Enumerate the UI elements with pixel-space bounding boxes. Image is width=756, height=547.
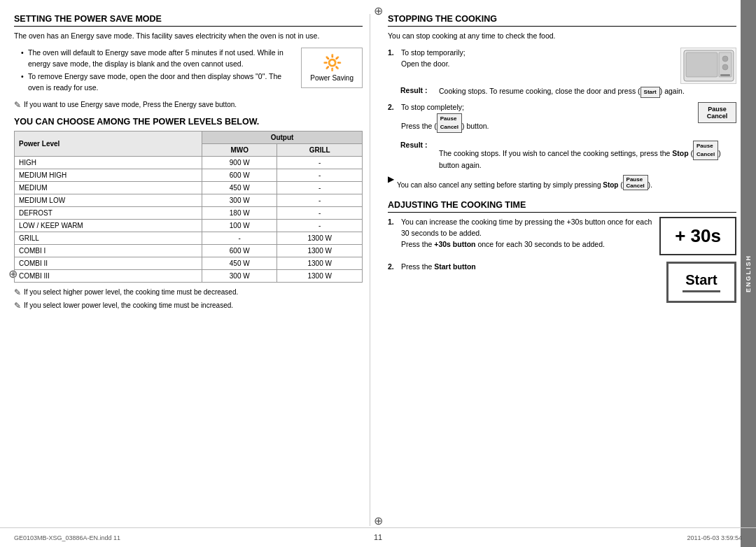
plus-30s-box: + 30s (659, 217, 736, 255)
section-adjusting-title: ADJUSTING THE COOKING TIME (388, 200, 736, 213)
bottom-bar: GE0103MB-XSG_03886A-EN.indd 11 2011-05-0… (0, 527, 756, 547)
table-cell-level: MEDIUM LOW (15, 194, 202, 206)
note-icon-2: ✎ (14, 287, 21, 297)
adjusting-section: ADJUSTING THE COOKING TIME + 30s 1. You … (388, 200, 736, 302)
right-column: STOPPING THE COOKING You can stop cookin… (384, 14, 736, 526)
adj-step1-with-box: + 30s 1. You can increase the cooking ti… (388, 217, 736, 255)
table-cell-level: LOW / KEEP WARM (15, 219, 202, 232)
table-cell-mwo: 300 W (202, 194, 277, 206)
table-cell-grill: 1300 W (277, 244, 363, 257)
table-cell-mwo: 180 W (202, 206, 277, 219)
note-energy-save: ✎ If you want to use Energy save mode, P… (14, 101, 363, 110)
language-label: ENGLISH (745, 255, 752, 292)
table-row: COMBI III300 W1300 W (15, 269, 363, 282)
stopping-intro: You can stop cooking at any time to chec… (388, 31, 736, 42)
section-stopping-title: STOPPING THE COOKING (388, 14, 736, 27)
main-content: SETTING THE POWER SAVE MODE The oven has… (14, 14, 736, 526)
table-cell-mwo: 600 W (202, 169, 277, 181)
start-display: Start (685, 272, 718, 287)
stopping-step2-list: 2. To stop completely;Press the (PauseCa… (388, 102, 736, 133)
table-cell-level: COMBI III (15, 269, 202, 282)
result2-label: Result : (400, 141, 435, 149)
pause-cancel-small-btn2: PauseCancel (693, 141, 718, 160)
step1-with-image: 1. To stop temporarily;Open the door. (388, 48, 736, 84)
note-higher-power-text: If you select higher power level, the co… (24, 288, 238, 296)
left-column: SETTING THE POWER SAVE MODE The oven has… (14, 14, 370, 526)
microwave-svg (682, 49, 735, 83)
table-header-power: Power Level (15, 131, 202, 156)
footer-right: 2011-05-03 3:59:54 (687, 534, 742, 541)
start-small-btn: Start (640, 87, 660, 98)
table-row: DEFROST180 W- (15, 206, 363, 219)
plus-30s-display: + 30s (675, 225, 721, 246)
table-cell-level: COMBI I (15, 244, 202, 257)
table-cell-level: MEDIUM HIGH (15, 169, 202, 181)
section-power-levels-title: YOU CAN CHOOSE AMONG THE POWER LEVELS BE… (14, 117, 363, 127)
table-cell-grill: - (277, 219, 363, 232)
table-cell-grill: 1300 W (277, 232, 363, 244)
svg-point-4 (722, 64, 728, 70)
table-row: MEDIUM450 W- (15, 181, 363, 194)
adj-step1-item: 1. You can increase the cooking time by … (388, 217, 652, 250)
adj-step2-with-box: Start 2. Press the Start button (388, 262, 736, 303)
columns-container: SETTING THE POWER SAVE MODE The oven has… (14, 14, 736, 526)
table-cell-grill: - (277, 206, 363, 219)
power-save-intro: The oven has an Energy save mode. This f… (14, 31, 363, 42)
bullet-item-2: To remove Energy save mode, open the doo… (21, 71, 363, 94)
pause-cancel-label: PauseCancel (707, 106, 728, 120)
table-cell-mwo: 450 W (202, 181, 277, 194)
svg-rect-1 (686, 52, 718, 77)
table-row: MEDIUM HIGH600 W- (15, 169, 363, 181)
table-cell-grill: 1300 W (277, 269, 363, 282)
note-icon-1: ✎ (14, 100, 21, 110)
table-col-grill: GRILL (277, 143, 363, 156)
pause-cancel-small-btn: PauseCancel (437, 113, 462, 133)
table-row: COMBI I600 W1300 W (15, 244, 363, 257)
table-cell-level: GRILL (15, 232, 202, 244)
power-levels-table: Power Level Output MWO GRILL HIGH900 W-M… (14, 131, 363, 283)
pause-cancel-box: PauseCancel (698, 102, 736, 123)
microwave-image (680, 48, 736, 84)
table-cell-grill: - (277, 194, 363, 206)
start-box: Start (666, 262, 736, 303)
step2-with-btn: PauseCancel 2. To stop completely;Press … (388, 102, 736, 138)
microwave-inner (681, 48, 736, 83)
adj-step2-item: 2. Press the Start button (388, 262, 659, 273)
bullet-item-1: The oven will default to Energy save mod… (21, 48, 363, 70)
svg-rect-5 (720, 74, 730, 76)
table-cell-mwo: 100 W (202, 219, 277, 232)
table-row: GRILL-1300 W (15, 232, 363, 244)
pause-cancel-small-btn3: PauseCancel (623, 175, 648, 190)
step2-result-row: Result : The cooking stops. If you wish … (400, 141, 736, 171)
step1-result-row: Result : Cooking stops. To resume cookin… (400, 86, 736, 98)
table-col-mwo: MWO (202, 143, 277, 156)
note-icon-3: ✎ (14, 301, 21, 311)
table-cell-mwo: 900 W (202, 156, 277, 169)
bullets-with-box: 🔆 Power Saving The oven will default to … (14, 48, 363, 98)
svg-point-3 (722, 56, 728, 62)
result2-text: The cooking stops. If you wish to cancel… (439, 141, 736, 171)
start-underline (682, 290, 720, 292)
note-stop-icon: ▶ (388, 174, 394, 184)
note-energy-save-text: If you want to use Energy save mode, Pre… (24, 101, 237, 108)
section-power-save-title: SETTING THE POWER SAVE MODE (14, 14, 363, 27)
table-cell-mwo: 300 W (202, 269, 277, 282)
table-row: MEDIUM LOW300 W- (15, 194, 363, 206)
table-cell-mwo: 450 W (202, 257, 277, 269)
table-row: HIGH900 W- (15, 156, 363, 169)
footer-left: GE0103MB-XSG_03886A-EN.indd 11 (14, 534, 120, 541)
stopping-step1-item: 1. To stop temporarily;Open the door. (388, 48, 675, 70)
table-cell-grill: 1300 W (277, 257, 363, 269)
note-higher-power: ✎ If you select higher power level, the … (14, 288, 363, 297)
table-cell-mwo: - (202, 232, 277, 244)
table-row: COMBI II450 W1300 W (15, 257, 363, 269)
table-cell-grill: - (277, 181, 363, 194)
result1-text: Cooking stops. To resume cooking, close … (439, 86, 685, 98)
table-header-output: Output (202, 131, 363, 143)
language-tab: ENGLISH (741, 0, 756, 547)
table-cell-grill: - (277, 169, 363, 181)
stopping-step1: 1. To stop temporarily;Open the door. Re… (388, 48, 736, 98)
table-cell-level: DEFROST (15, 206, 202, 219)
result1-label: Result : (400, 86, 435, 94)
table-cell-level: COMBI II (15, 257, 202, 269)
